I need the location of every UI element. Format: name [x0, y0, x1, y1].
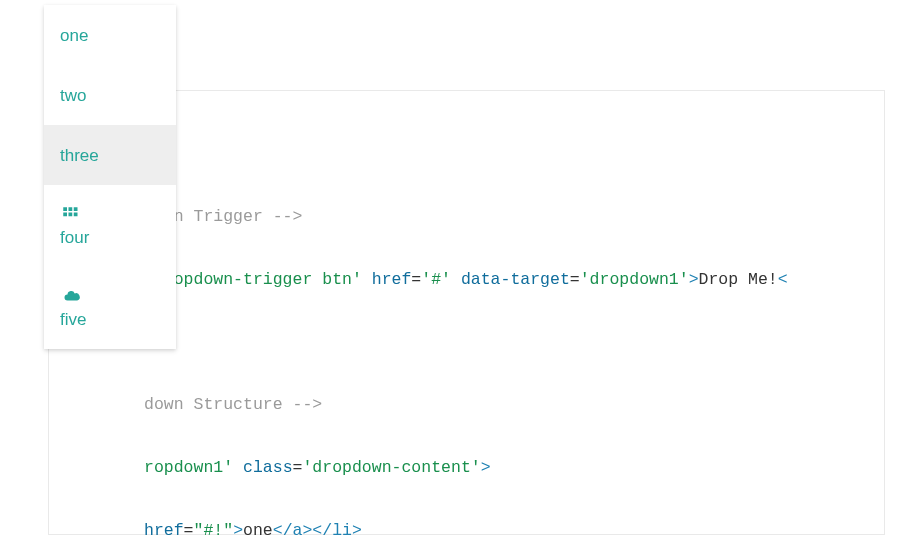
code-string: ropdown1'	[144, 458, 233, 477]
svg-rect-5	[74, 213, 78, 217]
code-attr: class	[243, 458, 293, 477]
code-string: '#'	[421, 270, 451, 289]
code-comment: down Structure -->	[60, 395, 322, 414]
code-text: one	[243, 521, 273, 540]
svg-rect-1	[69, 208, 73, 212]
dropdown-item-label: three	[60, 146, 99, 165]
code-text: Drop Me!	[699, 270, 778, 289]
dropdown-item-one[interactable]: one	[44, 5, 176, 65]
dropdown-item-label: two	[60, 86, 86, 105]
dropdown-item-label: one	[60, 26, 88, 45]
dropdown-item-three[interactable]: three	[44, 125, 176, 185]
code-string: 'dropdown1'	[580, 270, 689, 289]
code-string: 'dropdown-trigger btn'	[144, 270, 362, 289]
dropdown-item-two[interactable]: two	[44, 65, 176, 125]
code-attr: href	[144, 521, 184, 540]
code-string: 'dropdown-content'	[302, 458, 480, 477]
svg-rect-4	[69, 213, 73, 217]
dropdown-item-four[interactable]: four	[44, 185, 176, 267]
cloud-icon	[60, 287, 160, 305]
dropdown-item-label: five	[60, 310, 86, 329]
svg-rect-3	[63, 213, 67, 217]
svg-rect-0	[63, 208, 67, 212]
svg-rect-2	[74, 208, 78, 212]
dropdown-item-label: four	[60, 228, 89, 247]
code-attr: data-target	[461, 270, 570, 289]
code-string: "#!"	[194, 521, 234, 540]
dropdown-item-five[interactable]: five	[44, 267, 176, 349]
view-module-icon	[60, 205, 160, 223]
dropdown-menu: one two three four five	[44, 5, 176, 349]
code-snippet: down Trigger --> 'dropdown-trigger btn' …	[60, 170, 885, 552]
code-attr: href	[372, 270, 412, 289]
